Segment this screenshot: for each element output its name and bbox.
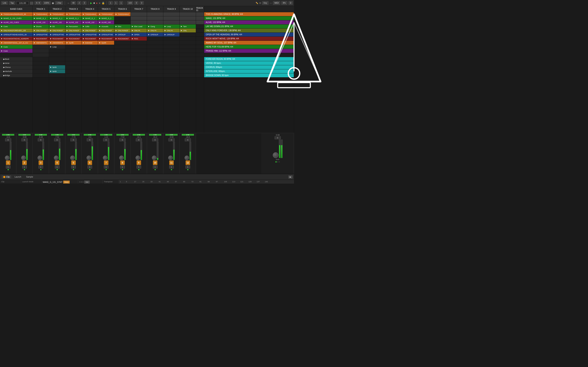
t7-r5[interactable]: ▶ONLYK — [131, 29, 147, 33]
master-clip-3[interactable]: LAY ME DOWN;131 BPM; 4/4 — [204, 25, 294, 29]
channel-knob-2[interactable] — [21, 156, 26, 160]
t8-r1[interactable] — [147, 12, 163, 16]
t6-r5[interactable]: ▶ONLYKINGF — [114, 29, 130, 33]
t4-s2[interactable] — [82, 61, 98, 65]
t2-r2[interactable]: ▶WAKE_G_1 — [49, 16, 65, 20]
t9-r4[interactable]: ▶Loop — [163, 25, 180, 29]
solo-btn-1[interactable]: S — [6, 166, 10, 168]
t6-e1[interactable] — [114, 45, 130, 49]
master-clip-6[interactable]: ROCK WON'T MOVE; 128 BPM; 4/4 — [204, 37, 294, 41]
t3-r1[interactable]: ▶THISISAMAZ — [65, 12, 81, 16]
t5-s1[interactable] — [98, 57, 114, 61]
t11-r8[interactable] — [196, 41, 204, 45]
t8-e3[interactable] — [147, 45, 163, 49]
subcue-chorus[interactable]: ▶Chorus — [0, 65, 33, 69]
t3-e1[interactable] — [65, 45, 81, 49]
t8-e1[interactable] — [147, 37, 163, 41]
t1-sub5[interactable] — [33, 73, 49, 77]
t8-e4[interactable] — [147, 49, 163, 53]
t3-s4[interactable] — [65, 69, 81, 73]
t9-r5[interactable]: ▶ONLYK — [163, 29, 180, 33]
master-clip-4[interactable]: ONLY KING FOREVER; 138 BPM; 4/4 — [204, 29, 294, 33]
t6-r2[interactable] — [114, 16, 130, 20]
channel-vol-5[interactable]: 0 — [70, 138, 77, 141]
t8-r2[interactable] — [147, 16, 163, 20]
solo-btn-3[interactable]: S — [39, 166, 43, 168]
t7-e2[interactable] — [131, 45, 147, 49]
t2-s3[interactable]: ▶tamb — [49, 65, 65, 69]
bpm-input[interactable] — [16, 1, 29, 5]
clip-bc-r4[interactable]: ▶Cues — [0, 25, 33, 29]
master-fader[interactable] — [279, 140, 281, 158]
t1-sub4[interactable] — [33, 69, 49, 73]
t3-r5[interactable]: ▶ONLYKINGF — [65, 29, 81, 33]
track8-header[interactable]: TRACK 8 — [147, 6, 163, 12]
track4-header[interactable]: TRACK 4 — [82, 6, 98, 12]
t4-s3[interactable] — [82, 65, 98, 69]
channel-vol-2[interactable]: 0 — [21, 138, 27, 141]
channel-fader-1[interactable] — [10, 142, 11, 160]
solo-btn-6[interactable]: S — [87, 166, 92, 168]
master-clip-0[interactable]: THIS IS AMAZING GRACE; 98 BPM; 4/4 — [204, 12, 294, 16]
t3-r3[interactable]: ▶ALIVE_132 — [65, 20, 81, 25]
t4-r6[interactable]: ▶OPENUPTHE — [82, 33, 98, 37]
t9-e1[interactable] — [163, 37, 180, 41]
t1-sub3[interactable] — [33, 65, 49, 69]
t8-r3[interactable] — [147, 20, 163, 25]
t9-e5[interactable] — [163, 53, 180, 57]
t4-e1[interactable] — [82, 45, 98, 49]
t5-r8[interactable]: ▶Synth — [98, 41, 114, 45]
channel-vol-9[interactable]: 0 — [136, 138, 142, 141]
channel-knob-8[interactable] — [119, 156, 124, 160]
channel-fader-2[interactable] — [26, 142, 28, 160]
channel-knob-3[interactable] — [38, 156, 42, 160]
t4-s5[interactable] — [82, 73, 98, 77]
t1-empty3[interactable] — [33, 53, 49, 57]
t2-r1[interactable]: ▶THISISAMAZ — [49, 12, 65, 16]
track9-header[interactable]: TRACK 9 — [163, 6, 180, 12]
t10-e1[interactable] — [180, 33, 196, 37]
t11-r2[interactable] — [196, 16, 204, 20]
solo-btn-8[interactable]: S — [120, 166, 125, 168]
band-cues-header[interactable]: BAND CUES — [0, 6, 33, 12]
clip-bc-r7[interactable]: ▶ROCKWONTMOVE_NOREPR — [0, 37, 33, 41]
channel-fader-6[interactable] — [91, 142, 93, 160]
solo-btn-7[interactable]: S — [104, 166, 108, 168]
solo-btn-4[interactable]: S — [55, 166, 60, 168]
subcue-verse[interactable]: ▶Verse — [0, 61, 33, 65]
t2-r5[interactable]: ▶ONLYKINGF — [49, 29, 65, 33]
clip-bc-r5[interactable]: ▶ONLYKINGFOREVER_138 — [0, 29, 33, 33]
t10-s3[interactable] — [180, 65, 196, 69]
t10-r3[interactable] — [180, 20, 196, 25]
t1-sub2[interactable] — [33, 61, 49, 65]
t1-r1[interactable]: ▶THISISAMAZ — [33, 12, 49, 16]
t11-r4[interactable] — [196, 25, 204, 29]
master-clip-1[interactable]: WAKE; 131 BPM; 4/4 — [204, 16, 294, 20]
t8-s3[interactable] — [147, 65, 163, 69]
t10-s4[interactable] — [180, 69, 196, 73]
t1-r4[interactable]: ▶Drums — [33, 25, 49, 29]
t4-s1[interactable] — [82, 57, 98, 61]
channel-fader-10[interactable] — [157, 142, 158, 160]
t4-r2[interactable]: ▶WAKE_G_1 — [82, 16, 98, 20]
channel-knob-5[interactable] — [70, 156, 75, 160]
t8-s4[interactable] — [147, 69, 163, 73]
channel-vol-8[interactable]: 0 — [120, 138, 126, 141]
track11-header[interactable]: TRACK 11 — [196, 6, 204, 12]
t3-r2[interactable]: ▶WAKE_G_1 — [65, 16, 81, 20]
t5-r1[interactable]: ▶THISISAMAZ — [98, 12, 114, 16]
channel-fader-8[interactable] — [124, 142, 126, 160]
t4-r5[interactable]: ▶ONLYKINGF — [82, 29, 98, 33]
t9-s3[interactable] — [163, 65, 180, 69]
t1-sub1[interactable] — [33, 57, 49, 61]
channel-vol-3[interactable]: 0 — [38, 138, 44, 141]
t10-s2[interactable] — [180, 61, 196, 65]
play-button[interactable]: ▶ — [90, 2, 92, 4]
t5-s4[interactable] — [98, 69, 114, 73]
t2-r9[interactable]: ▶Loop — [49, 45, 65, 49]
t2-e1[interactable] — [49, 49, 65, 53]
t5-e1[interactable] — [98, 45, 114, 49]
t2-s5[interactable] — [49, 73, 65, 77]
t11-r15[interactable] — [196, 69, 204, 73]
t5-s5[interactable] — [98, 73, 114, 77]
